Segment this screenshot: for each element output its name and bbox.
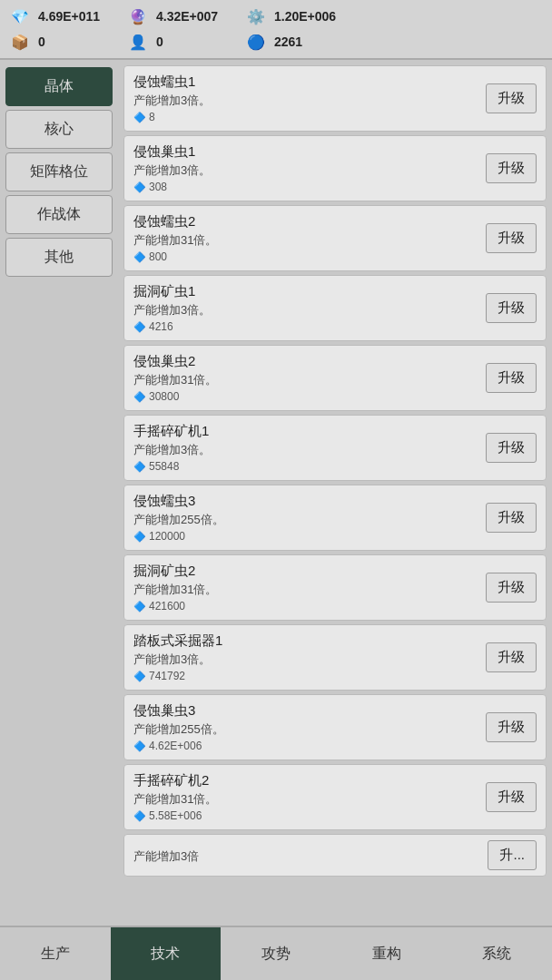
upgrade-info: 侵蚀蠕虫2产能增加31倍。🔷 800 — [133, 213, 478, 263]
cost-icon: 🔷 — [133, 112, 146, 123]
sidebar-item-core[interactable]: 核心 — [5, 110, 113, 149]
person-value: 0 — [156, 34, 238, 49]
sidebar-item-matrix[interactable]: 矩阵格位 — [5, 152, 113, 191]
upgrade-cost: 🔷 5.58E+006 — [133, 809, 478, 822]
upgrade-card: 手摇碎矿机1产能增加3倍。🔷 55848升级 — [123, 415, 547, 481]
upgrade-card: 侵蚀巢虫2产能增加31倍。🔷 30800升级 — [123, 345, 547, 411]
upgrade-card: 掘洞矿虫2产能增加31倍。🔷 421600升级 — [123, 554, 547, 621]
upgrade-info: 侵蚀巢虫3产能增加255倍。🔷 4.62E+006 — [133, 702, 478, 752]
cost-icon: 🔷 — [133, 181, 146, 193]
upgrade-cost: 🔷 308 — [133, 181, 478, 193]
upgrade-desc: 产能增加255倍。 — [133, 512, 478, 528]
upgrade-name: 掘洞矿虫1 — [133, 283, 478, 300]
upgrade-cost: 🔷 120000 — [133, 530, 478, 543]
upgrade-cost: 🔷 8 — [133, 111, 478, 123]
upgrade-cost: 🔷 4.62E+006 — [133, 740, 478, 752]
sidebar-item-combat[interactable]: 作战体 — [5, 195, 113, 234]
upgrade-button[interactable]: 升级 — [486, 503, 537, 533]
cost-icon: 🔷 — [133, 740, 146, 752]
upgrade-card: 侵蚀蠕虫1产能增加3倍。🔷 8升级 — [123, 65, 547, 132]
crystal-icon: 💎 — [9, 5, 31, 27]
nav-btn-技术[interactable]: 技术 — [111, 927, 222, 980]
upgrade-cost: 🔷 421600 — [133, 600, 478, 612]
upgrade-info: 掘洞矿虫1产能增加3倍。🔷 4216 — [133, 283, 478, 333]
upgrade-button[interactable]: 升级 — [486, 293, 537, 323]
cost-icon: 🔷 — [133, 321, 146, 333]
bottom-nav: 生产技术攻势重构系统 — [0, 926, 552, 980]
upgrade-desc: 产能增加31倍。 — [133, 372, 478, 388]
upgrade-button[interactable]: 升级 — [486, 223, 537, 253]
upgrade-cost: 🔷 800 — [133, 250, 478, 263]
upgrade-desc: 产能增加3倍。 — [133, 652, 478, 668]
box-icon: 📦 — [9, 31, 31, 53]
cost-icon: 🔷 — [133, 810, 146, 822]
upgrade-card: 产能增加3倍升... — [123, 834, 547, 877]
upgrade-card: 侵蚀蠕虫3产能增加255倍。🔷 120000升级 — [123, 485, 547, 551]
upgrade-cost: 🔷 741792 — [133, 670, 478, 682]
person-icon: 👤 — [127, 31, 149, 53]
upgrade-info: 侵蚀巢虫1产能增加3倍。🔷 308 — [133, 143, 478, 193]
upgrade-desc: 产能增加31倍。 — [133, 232, 478, 249]
upgrade-desc: 产能增加255倍。 — [133, 721, 478, 738]
upgrade-name: 侵蚀蠕虫3 — [133, 493, 478, 510]
upgrade-desc: 产能增加31倍。 — [133, 791, 478, 808]
upgrade-card: 踏板式采掘器1产能增加3倍。🔷 741792升级 — [123, 624, 547, 691]
upgrade-info: 侵蚀蠕虫3产能增加255倍。🔷 120000 — [133, 493, 478, 543]
upgrade-name: 踏板式采掘器1 — [133, 632, 478, 650]
circle-value: 2261 — [274, 34, 356, 49]
cost-icon: 🔷 — [133, 671, 146, 682]
nav-btn-系统[interactable]: 系统 — [441, 927, 552, 980]
upgrade-desc: 产能增加3倍。 — [133, 162, 478, 179]
upgrade-button-partial[interactable]: 升... — [488, 840, 537, 870]
upgrade-name: 侵蚀巢虫2 — [133, 353, 478, 370]
upgrade-info: 手摇碎矿机2产能增加31倍。🔷 5.58E+006 — [133, 772, 478, 822]
sidebar-item-other[interactable]: 其他 — [5, 238, 113, 277]
upgrade-button[interactable]: 升级 — [486, 573, 537, 603]
nav-btn-生产[interactable]: 生产 — [0, 927, 111, 980]
upgrade-button[interactable]: 升级 — [486, 433, 537, 463]
upgrade-desc: 产能增加3倍。 — [133, 302, 478, 318]
sidebar: 晶体 核心 矩阵格位 作战体 其他 — [0, 60, 118, 926]
nav-btn-重构[interactable]: 重构 — [331, 927, 442, 980]
upgrade-cost: 🔷 55848 — [133, 460, 478, 473]
upgrade-button[interactable]: 升级 — [486, 153, 537, 183]
upgrade-info: 侵蚀巢虫2产能增加31倍。🔷 30800 — [133, 353, 478, 403]
sidebar-item-crystal[interactable]: 晶体 — [5, 67, 113, 106]
upgrade-card: 手摇碎矿机2产能增加31倍。🔷 5.58E+006升级 — [123, 764, 547, 830]
crystal-value: 4.69E+011 — [38, 9, 120, 24]
upgrade-name: 掘洞矿虫2 — [133, 563, 478, 580]
upgrade-button[interactable]: 升级 — [486, 782, 537, 812]
energy-value: 4.32E+007 — [156, 9, 238, 24]
header: 💎 4.69E+011 🔮 4.32E+007 ⚙️ 1.20E+006 📦 0… — [0, 0, 552, 60]
upgrade-desc: 产能增加3倍 — [133, 848, 480, 865]
box-value: 0 — [38, 34, 120, 49]
upgrade-desc: 产能增加31倍。 — [133, 582, 478, 598]
upgrade-info: 手摇碎矿机1产能增加3倍。🔷 55848 — [133, 423, 478, 473]
upgrade-name: 侵蚀巢虫3 — [133, 702, 478, 720]
upgrade-name: 侵蚀蠕虫2 — [133, 213, 478, 230]
cost-icon: 🔷 — [133, 531, 146, 543]
circle-icon: 🔵 — [245, 31, 267, 53]
upgrade-name: 手摇碎矿机2 — [133, 772, 478, 789]
upgrade-button[interactable]: 升级 — [486, 642, 537, 672]
cost-icon: 🔷 — [133, 391, 146, 403]
upgrade-list: 侵蚀蠕虫1产能增加3倍。🔷 8升级侵蚀巢虫1产能增加3倍。🔷 308升级侵蚀蠕虫… — [118, 60, 552, 926]
cost-icon: 🔷 — [133, 461, 146, 473]
upgrade-button[interactable]: 升级 — [486, 83, 537, 113]
gear-value: 1.20E+006 — [274, 9, 356, 24]
upgrade-name: 侵蚀巢虫1 — [133, 143, 478, 161]
upgrade-button[interactable]: 升级 — [486, 363, 537, 393]
upgrade-cost: 🔷 30800 — [133, 390, 478, 403]
upgrade-name: 侵蚀蠕虫1 — [133, 74, 478, 91]
upgrade-button[interactable]: 升级 — [486, 712, 537, 742]
nav-btn-攻势[interactable]: 攻势 — [221, 927, 331, 980]
gear-icon: ⚙️ — [245, 5, 267, 27]
main-area: 晶体 核心 矩阵格位 作战体 其他 侵蚀蠕虫1产能增加3倍。🔷 8升级侵蚀巢虫1… — [0, 60, 552, 926]
energy-icon: 🔮 — [127, 5, 149, 27]
upgrade-card: 掘洞矿虫1产能增加3倍。🔷 4216升级 — [123, 275, 547, 341]
upgrade-desc: 产能增加3倍。 — [133, 93, 478, 109]
upgrade-info: 侵蚀蠕虫1产能增加3倍。🔷 8 — [133, 74, 478, 123]
upgrade-card: 侵蚀蠕虫2产能增加31倍。🔷 800升级 — [123, 205, 547, 271]
upgrade-desc: 产能增加3倍。 — [133, 442, 478, 458]
upgrade-info: 掘洞矿虫2产能增加31倍。🔷 421600 — [133, 563, 478, 612]
